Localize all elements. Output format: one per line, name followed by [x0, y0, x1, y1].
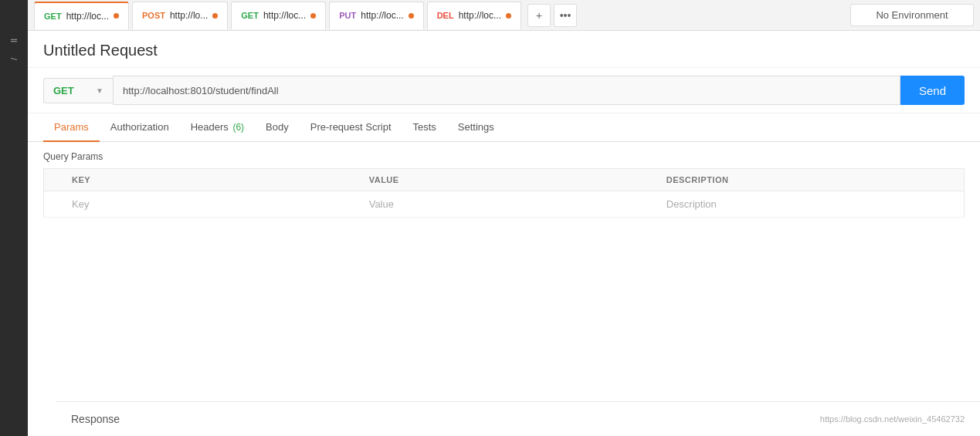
tab-tests[interactable]: Tests — [402, 113, 447, 142]
tab-dot-5 — [506, 13, 511, 19]
row-checkbox-cell — [44, 191, 63, 218]
query-params-title: Query Params — [43, 151, 965, 162]
tab-bar-actions: + ••• — [527, 4, 577, 27]
tab-headers[interactable]: Headers (6) — [180, 113, 255, 142]
tab-method-post-1: POST — [142, 11, 165, 20]
tab-body[interactable]: Body — [255, 113, 300, 142]
table-row: Key Value Description — [44, 191, 965, 218]
tab-settings[interactable]: Settings — [447, 113, 505, 142]
request-tabs: Params Authorization Headers (6) Body Pr… — [28, 113, 980, 142]
url-input[interactable] — [113, 76, 900, 105]
method-chevron-icon: ▼ — [96, 86, 103, 95]
row-description-cell[interactable]: Description — [657, 191, 965, 218]
tab-url-5: http://loc... — [459, 10, 501, 21]
col-description-header: DESCRIPTION — [657, 169, 965, 191]
tab-dot-1 — [114, 13, 119, 19]
tab-dot-3 — [310, 13, 316, 19]
tab-put-1[interactable]: PUT http://loc... — [329, 2, 423, 29]
tab-method-put-1: PUT — [339, 11, 356, 20]
tab-method-get-1: GET — [44, 12, 62, 21]
tab-url-4: http://loc... — [361, 10, 403, 21]
response-title: Response — [71, 413, 120, 425]
row-value-cell[interactable]: Value — [360, 191, 657, 218]
tab-del-1[interactable]: DEL http://loc... — [427, 2, 521, 29]
tab-url-1: http://loc... — [66, 11, 109, 22]
tab-params[interactable]: Params — [43, 113, 100, 142]
params-section: Query Params KEY VALUE DESCRIPTION Key V… — [28, 142, 980, 436]
method-selector[interactable]: GET ▼ — [43, 78, 113, 103]
left-sidebar: ll / — [0, 0, 28, 436]
response-bar: Response https://blog.csdn.net/weixin_45… — [56, 401, 980, 436]
response-link: https://blog.csdn.net/weixin_45462732 — [820, 414, 965, 424]
tab-get-2[interactable]: GET http://loc... — [231, 2, 326, 29]
query-params-table: KEY VALUE DESCRIPTION Key Value Descript… — [43, 168, 965, 218]
tab-authorization[interactable]: Authorization — [100, 113, 180, 142]
row-key-cell[interactable]: Key — [63, 191, 360, 218]
col-key-header: KEY — [63, 169, 360, 191]
tab-dot-4 — [409, 13, 414, 19]
url-bar: GET ▼ Send — [28, 68, 980, 113]
tab-method-del-1: DEL — [437, 11, 454, 20]
request-title: Untitled Request — [43, 42, 965, 59]
environment-selector[interactable]: No Environment — [850, 4, 974, 26]
tab-pre-request-script[interactable]: Pre-request Script — [300, 113, 402, 142]
more-tabs-button[interactable]: ••• — [554, 4, 577, 27]
selected-method: GET — [53, 85, 74, 96]
new-tab-button[interactable]: + — [527, 4, 551, 27]
request-title-area: Untitled Request — [28, 31, 980, 68]
headers-badge: (6) — [232, 122, 244, 133]
tab-method-get-2: GET — [241, 11, 259, 20]
tab-url-3: http://loc... — [263, 10, 306, 21]
sidebar-text-2: / — [9, 58, 19, 60]
tab-get-1[interactable]: GET http://loc... — [34, 2, 129, 29]
tab-post-1[interactable]: POST http://lo... — [132, 2, 228, 29]
sidebar-text-1: ll — [9, 39, 19, 42]
tab-bar: GET http://loc... POST http://lo... GET … — [28, 0, 980, 31]
tab-url-2: http://lo... — [170, 10, 208, 21]
tab-dot-2 — [212, 13, 218, 19]
col-value-header: VALUE — [360, 169, 657, 191]
main-content: Untitled Request GET ▼ Send Params Autho… — [28, 31, 980, 436]
col-checkbox-header — [44, 169, 63, 191]
send-button[interactable]: Send — [900, 76, 965, 105]
